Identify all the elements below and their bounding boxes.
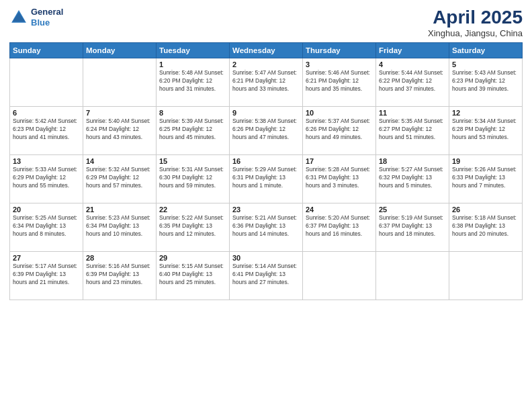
day-info: Sunrise: 5:29 AM Sunset: 6:31 PM Dayligh… (232, 166, 300, 190)
title-location: Xinghua, Jiangsu, China (428, 28, 523, 38)
table-row: 3Sunrise: 5:46 AM Sunset: 6:21 PM Daylig… (303, 58, 376, 107)
page: General Blue April 2025 Xinghua, Jiangsu… (0, 0, 532, 411)
day-number: 29 (159, 254, 226, 262)
svg-marker-1 (13, 12, 26, 21)
table-row: 20Sunrise: 5:25 AM Sunset: 6:34 PM Dayli… (10, 203, 83, 252)
day-number: 28 (86, 254, 153, 262)
day-info: Sunrise: 5:42 AM Sunset: 6:23 PM Dayligh… (13, 118, 80, 142)
col-sunday: Sunday (10, 43, 83, 58)
table-row: 5Sunrise: 5:43 AM Sunset: 6:23 PM Daylig… (449, 58, 523, 107)
table-row: 28Sunrise: 5:16 AM Sunset: 6:39 PM Dayli… (83, 252, 157, 300)
table-row: 24Sunrise: 5:20 AM Sunset: 6:37 PM Dayli… (303, 203, 376, 252)
table-row (10, 58, 83, 107)
table-row: 2Sunrise: 5:47 AM Sunset: 6:21 PM Daylig… (230, 58, 303, 107)
day-info: Sunrise: 5:48 AM Sunset: 6:20 PM Dayligh… (159, 69, 226, 93)
day-info: Sunrise: 5:34 AM Sunset: 6:28 PM Dayligh… (452, 118, 519, 142)
logo-icon (9, 8, 28, 27)
table-row: 14Sunrise: 5:32 AM Sunset: 6:29 PM Dayli… (83, 155, 157, 203)
day-number: 27 (13, 254, 80, 262)
day-info: Sunrise: 5:27 AM Sunset: 6:32 PM Dayligh… (379, 166, 446, 190)
table-row: 27Sunrise: 5:17 AM Sunset: 6:39 PM Dayli… (10, 252, 83, 300)
day-number: 8 (159, 109, 226, 117)
day-info: Sunrise: 5:19 AM Sunset: 6:37 PM Dayligh… (379, 214, 446, 238)
day-info: Sunrise: 5:15 AM Sunset: 6:40 PM Dayligh… (159, 263, 226, 287)
table-row (303, 252, 376, 300)
col-wednesday: Wednesday (230, 43, 303, 58)
day-info: Sunrise: 5:40 AM Sunset: 6:24 PM Dayligh… (86, 118, 153, 142)
table-row: 4Sunrise: 5:44 AM Sunset: 6:22 PM Daylig… (376, 58, 449, 107)
day-number: 17 (306, 157, 373, 165)
logo-text: General Blue (31, 7, 63, 28)
table-row: 25Sunrise: 5:19 AM Sunset: 6:37 PM Dayli… (376, 203, 449, 252)
day-number: 18 (379, 157, 446, 165)
day-number: 22 (159, 205, 226, 214)
table-row: 13Sunrise: 5:33 AM Sunset: 6:29 PM Dayli… (10, 155, 83, 203)
day-number: 21 (86, 205, 153, 214)
day-info: Sunrise: 5:26 AM Sunset: 6:33 PM Dayligh… (452, 166, 519, 190)
day-info: Sunrise: 5:28 AM Sunset: 6:31 PM Dayligh… (306, 166, 373, 190)
table-row: 29Sunrise: 5:15 AM Sunset: 6:40 PM Dayli… (157, 252, 230, 300)
day-info: Sunrise: 5:20 AM Sunset: 6:37 PM Dayligh… (306, 214, 373, 238)
day-info: Sunrise: 5:43 AM Sunset: 6:23 PM Dayligh… (452, 69, 519, 93)
calendar-week-2: 6Sunrise: 5:42 AM Sunset: 6:23 PM Daylig… (10, 107, 523, 155)
day-number: 24 (306, 205, 373, 214)
table-row: 19Sunrise: 5:26 AM Sunset: 6:33 PM Dayli… (449, 155, 523, 203)
day-number: 10 (306, 109, 373, 117)
table-row: 30Sunrise: 5:14 AM Sunset: 6:41 PM Dayli… (230, 252, 303, 300)
day-info: Sunrise: 5:21 AM Sunset: 6:36 PM Dayligh… (232, 214, 300, 238)
table-row: 12Sunrise: 5:34 AM Sunset: 6:28 PM Dayli… (449, 107, 523, 155)
table-row: 23Sunrise: 5:21 AM Sunset: 6:36 PM Dayli… (230, 203, 303, 252)
day-number: 6 (13, 109, 80, 117)
day-info: Sunrise: 5:16 AM Sunset: 6:39 PM Dayligh… (86, 263, 153, 287)
logo: General Blue (9, 7, 63, 28)
day-info: Sunrise: 5:47 AM Sunset: 6:21 PM Dayligh… (232, 69, 300, 93)
table-row: 10Sunrise: 5:37 AM Sunset: 6:26 PM Dayli… (303, 107, 376, 155)
day-info: Sunrise: 5:33 AM Sunset: 6:29 PM Dayligh… (13, 166, 80, 190)
table-row: 11Sunrise: 5:35 AM Sunset: 6:27 PM Dayli… (376, 107, 449, 155)
title-month: April 2025 (428, 7, 523, 28)
day-number: 16 (232, 157, 300, 165)
table-row: 1Sunrise: 5:48 AM Sunset: 6:20 PM Daylig… (157, 58, 230, 107)
day-number: 2 (232, 60, 300, 68)
day-info: Sunrise: 5:22 AM Sunset: 6:35 PM Dayligh… (159, 214, 226, 238)
day-number: 4 (379, 60, 446, 68)
col-friday: Friday (376, 43, 449, 58)
day-number: 25 (379, 205, 446, 214)
day-number: 3 (306, 60, 373, 68)
table-row: 21Sunrise: 5:23 AM Sunset: 6:34 PM Dayli… (83, 203, 157, 252)
col-thursday: Thursday (303, 43, 376, 58)
day-info: Sunrise: 5:38 AM Sunset: 6:26 PM Dayligh… (232, 118, 300, 142)
calendar-week-1: 1Sunrise: 5:48 AM Sunset: 6:20 PM Daylig… (10, 58, 523, 107)
table-row (376, 252, 449, 300)
day-info: Sunrise: 5:44 AM Sunset: 6:22 PM Dayligh… (379, 69, 446, 93)
day-number: 12 (452, 109, 519, 117)
table-row: 16Sunrise: 5:29 AM Sunset: 6:31 PM Dayli… (230, 155, 303, 203)
header: General Blue April 2025 Xinghua, Jiangsu… (9, 7, 523, 38)
day-number: 20 (13, 205, 80, 214)
calendar-header-row: Sunday Monday Tuesday Wednesday Thursday… (10, 43, 523, 58)
day-number: 7 (86, 109, 153, 117)
col-monday: Monday (83, 43, 157, 58)
calendar-table: Sunday Monday Tuesday Wednesday Thursday… (9, 42, 523, 300)
day-number: 15 (159, 157, 226, 165)
day-number: 11 (379, 109, 446, 117)
day-info: Sunrise: 5:46 AM Sunset: 6:21 PM Dayligh… (306, 69, 373, 93)
calendar-week-5: 27Sunrise: 5:17 AM Sunset: 6:39 PM Dayli… (10, 252, 523, 300)
day-info: Sunrise: 5:17 AM Sunset: 6:39 PM Dayligh… (13, 263, 80, 287)
day-info: Sunrise: 5:25 AM Sunset: 6:34 PM Dayligh… (13, 214, 80, 238)
col-saturday: Saturday (449, 43, 523, 58)
table-row: 22Sunrise: 5:22 AM Sunset: 6:35 PM Dayli… (157, 203, 230, 252)
day-info: Sunrise: 5:14 AM Sunset: 6:41 PM Dayligh… (232, 263, 300, 287)
col-tuesday: Tuesday (157, 43, 230, 58)
day-number: 13 (13, 157, 80, 165)
logo-line1: General (31, 7, 63, 17)
day-number: 5 (452, 60, 519, 68)
day-number: 30 (232, 254, 300, 262)
table-row: 7Sunrise: 5:40 AM Sunset: 6:24 PM Daylig… (83, 107, 157, 155)
day-number: 14 (86, 157, 153, 165)
day-info: Sunrise: 5:35 AM Sunset: 6:27 PM Dayligh… (379, 118, 446, 142)
table-row (83, 58, 157, 107)
day-info: Sunrise: 5:32 AM Sunset: 6:29 PM Dayligh… (86, 166, 153, 190)
calendar-week-3: 13Sunrise: 5:33 AM Sunset: 6:29 PM Dayli… (10, 155, 523, 203)
logo-line2: Blue (31, 17, 50, 28)
